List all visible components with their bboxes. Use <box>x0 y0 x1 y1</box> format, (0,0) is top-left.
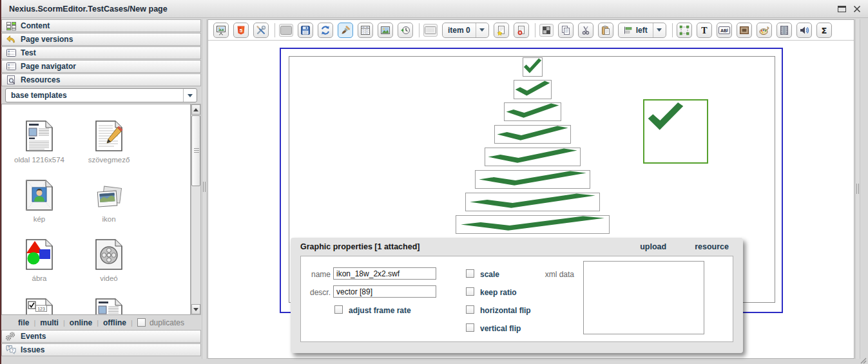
resource-scrollbar[interactable] <box>191 104 201 315</box>
left-splitter[interactable] <box>202 19 207 359</box>
list-icon <box>5 61 17 72</box>
align-select[interactable]: left <box>618 23 666 38</box>
check-object-7[interactable] <box>456 215 610 234</box>
filter-offline[interactable]: offline <box>103 318 126 327</box>
window-resize-grip[interactable] <box>860 355 867 364</box>
panel-page-versions-label: Page versions <box>21 35 73 44</box>
resource-item[interactable]: ábra <box>5 237 74 296</box>
resource-link[interactable]: resource <box>695 242 729 251</box>
duplicates-label: duplicates <box>149 318 184 327</box>
color-swatch[interactable] <box>279 24 293 37</box>
paint-button[interactable] <box>338 23 353 38</box>
scroll-up-icon[interactable] <box>191 104 200 115</box>
panel-resources[interactable]: Resources <box>1 73 201 86</box>
panel-issues[interactable]: ??Issues <box>1 343 201 356</box>
panel-page-versions[interactable]: Page versions <box>1 33 201 46</box>
checkbox-vertical-flip[interactable] <box>466 323 474 332</box>
html5-button[interactable]: 5 <box>233 23 249 38</box>
chevron-down-icon[interactable] <box>476 23 488 37</box>
item-select[interactable]: item 0 <box>442 23 489 38</box>
resource-label: kép <box>34 215 46 223</box>
duplicates-checkbox[interactable] <box>137 318 146 327</box>
photo-icon <box>95 178 122 211</box>
check-object-5[interactable] <box>475 170 590 189</box>
add-item-button[interactable] <box>494 23 509 38</box>
frame-button[interactable] <box>737 23 752 38</box>
checkbox-keep-ratio[interactable] <box>466 287 474 296</box>
selected-check-object[interactable] <box>643 99 708 164</box>
checkbox-label: horizontal flip <box>480 306 531 315</box>
grid-toggle[interactable] <box>539 24 554 37</box>
text-button[interactable]: T <box>697 23 712 38</box>
transform-button[interactable] <box>677 23 692 38</box>
formula-button[interactable]: Σ <box>816 23 832 38</box>
checkbox-scale[interactable] <box>466 269 474 278</box>
adjust-frame-rate-checkbox[interactable] <box>334 305 343 314</box>
scroll-down-icon[interactable] <box>191 304 200 314</box>
dialog-title: Graphic properties [1 attached] <box>300 242 612 251</box>
resource-item[interactable]: oldal 1216x574 <box>5 119 74 178</box>
resource-item[interactable]: kép <box>5 178 74 237</box>
field-button[interactable] <box>423 24 438 37</box>
history-button[interactable] <box>398 23 413 38</box>
svg-text:T: T <box>701 26 708 35</box>
dialog-header[interactable]: Graphic properties [1 attached] upload r… <box>291 238 743 256</box>
upload-link[interactable]: upload <box>640 242 666 251</box>
palette-button[interactable] <box>757 23 772 38</box>
adjust-frame-rate-label: adjust frame rate <box>349 306 411 315</box>
check-object-4[interactable] <box>485 148 581 166</box>
graphic-properties-dialog: Graphic properties [1 attached] upload r… <box>291 238 743 353</box>
resource-label: oldal 1216x574 <box>14 156 64 164</box>
cut-button[interactable] <box>578 23 593 38</box>
resource-item[interactable]: 123 <box>5 296 74 315</box>
splitter-grip <box>203 182 206 192</box>
save-button[interactable] <box>298 23 313 38</box>
refresh-button[interactable] <box>318 23 333 38</box>
maximize-icon[interactable] <box>838 6 846 12</box>
panel-test[interactable]: Test <box>1 46 201 59</box>
tools-button[interactable] <box>253 23 269 38</box>
panel-content[interactable]: Content <box>1 19 201 32</box>
check-object-3[interactable] <box>494 125 571 144</box>
resource-item[interactable] <box>74 296 144 315</box>
descr-field[interactable] <box>333 285 436 298</box>
filter-file[interactable]: file <box>18 318 29 327</box>
resource-item[interactable]: szövegmező <box>74 119 144 178</box>
image-button[interactable] <box>378 23 393 38</box>
checkbox-horizontal-flip[interactable] <box>466 305 474 314</box>
video-button[interactable] <box>776 23 792 38</box>
check-object-6[interactable] <box>465 193 600 211</box>
check-object-0[interactable] <box>523 57 543 77</box>
filter-separator: | <box>131 319 133 327</box>
preview-button[interactable] <box>213 23 229 38</box>
search-doc-icon <box>5 75 17 85</box>
xml-data-field[interactable] <box>583 261 704 334</box>
check-object-1[interactable] <box>514 80 552 99</box>
chevron-down-icon[interactable] <box>653 23 666 37</box>
scrollbar-thumb[interactable] <box>191 115 200 186</box>
filter-multi[interactable]: multi <box>40 318 59 327</box>
resource-label: szövegmező <box>88 156 130 164</box>
panel-page-navigator[interactable]: Page navigator <box>1 60 201 73</box>
paste-button[interactable] <box>598 23 613 38</box>
audio-button[interactable] <box>796 23 812 38</box>
doc-page-icon <box>95 296 123 315</box>
textfield-button[interactable]: AB <box>717 23 732 38</box>
copy-button[interactable] <box>558 23 574 38</box>
name-field[interactable] <box>333 267 436 280</box>
close-icon[interactable] <box>853 5 862 14</box>
content-grid-icon <box>5 21 17 31</box>
doc-check123-icon: 123 <box>25 296 53 315</box>
template-select[interactable]: base templates <box>5 88 197 102</box>
resource-label: ábra <box>32 274 46 282</box>
chevron-down-icon[interactable] <box>184 89 197 102</box>
resource-item[interactable]: ikon <box>74 178 144 237</box>
filter-online[interactable]: online <box>70 318 92 327</box>
properties-button[interactable] <box>358 23 373 38</box>
window-title: Nexius.ScormEditor.TestCases/New page <box>9 5 168 14</box>
remove-item-button[interactable] <box>514 23 529 38</box>
resource-item[interactable]: videó <box>74 237 144 296</box>
check-object-2[interactable] <box>504 102 561 121</box>
right-splitter[interactable] <box>855 19 860 359</box>
panel-events[interactable]: Events <box>1 330 201 343</box>
